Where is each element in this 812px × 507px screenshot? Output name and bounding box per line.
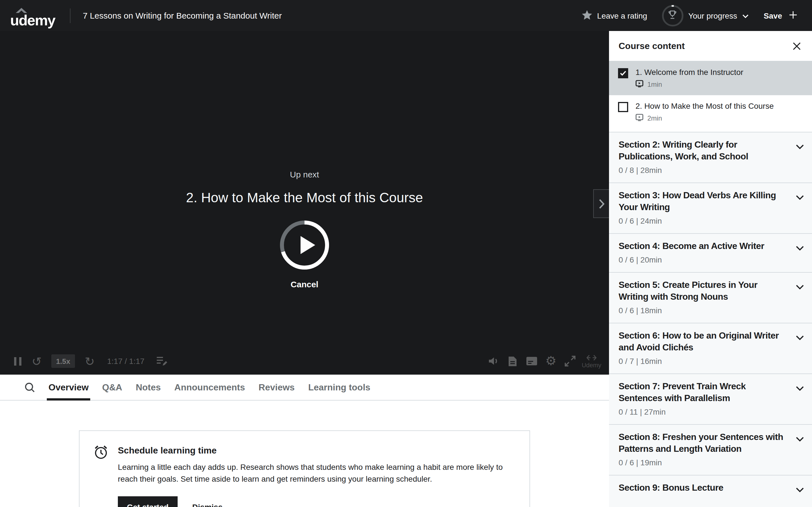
section-2-header[interactable]: Section 2: Writing Clearly for Publicati… <box>609 132 812 182</box>
lecture-2-checkbox[interactable] <box>618 102 628 112</box>
play-icon <box>301 236 315 254</box>
up-next-title: 2. How to Make the Most of this Course <box>0 190 609 206</box>
volume-icon <box>488 356 499 366</box>
schedule-learning-card: Schedule learning time Learning a little… <box>79 431 530 507</box>
search-icon <box>24 382 35 393</box>
tab-reviews[interactable]: Reviews <box>259 375 295 400</box>
lecture-title: 2. How to Make the Most of this Course <box>636 101 774 111</box>
lecture-duration: 1min <box>647 80 662 89</box>
lecture-1-checkbox[interactable] <box>618 68 628 78</box>
chevron-right-icon <box>599 199 604 209</box>
header-actions: Leave a rating Your progress <box>582 5 812 26</box>
course-content-title: Course content <box>619 41 685 51</box>
settings-button[interactable]: ⚙ <box>541 351 560 371</box>
udemy-logo[interactable]: udemy <box>10 5 55 26</box>
section-meta: 0 / 6 | 19min <box>619 457 790 468</box>
captions-button[interactable] <box>522 351 541 371</box>
section-6-header[interactable]: Section 6: How to be an Original Writer … <box>609 323 812 374</box>
forward-button[interactable]: ↻ <box>80 351 99 371</box>
schedule-card-actions: Get started Dismiss <box>118 496 516 507</box>
expanded-view-button[interactable]: Udemy <box>582 351 601 371</box>
chevron-down-icon[interactable] <box>796 243 804 253</box>
pause-icon <box>14 357 21 365</box>
expand-arrows-icon <box>585 354 598 361</box>
schedule-card-title: Schedule learning time <box>118 446 516 456</box>
tab-qa[interactable]: Q&A <box>102 375 122 400</box>
section-title: Section 2: Writing Clearly for Publicati… <box>619 138 790 162</box>
transcript-button[interactable] <box>503 351 522 371</box>
rewind-icon: ↺ <box>32 355 42 367</box>
alarm-clock-icon <box>93 445 109 507</box>
lecture-2-info: 2. How to Make the Most of this Course 2… <box>636 101 774 123</box>
player-column: Up next 2. How to Make the Most of this … <box>0 31 609 507</box>
chevron-down-icon <box>742 11 749 20</box>
plus-icon[interactable] <box>789 10 797 20</box>
course-content-header: Course content <box>609 31 812 61</box>
section-title: Section 5: Create Pictures in Your Writi… <box>619 279 790 302</box>
volume-button[interactable] <box>484 351 503 371</box>
section-5-header[interactable]: Section 5: Create Pictures in Your Writi… <box>609 272 812 323</box>
autoplay-play-button[interactable] <box>280 220 329 270</box>
chevron-down-icon[interactable] <box>796 282 804 292</box>
section-title: Section 8: Freshen your Sentences with P… <box>619 431 790 455</box>
leave-rating-button[interactable]: Leave a rating <box>582 10 647 21</box>
cancel-autoplay-button[interactable]: Cancel <box>0 279 609 289</box>
section-4-header[interactable]: Section 4: Become an Active Writer 0 / 6… <box>609 233 812 272</box>
gear-icon: ⚙ <box>545 355 556 367</box>
save-button[interactable]: Save <box>764 10 797 20</box>
playback-speed-button[interactable]: 1.5x <box>51 354 75 368</box>
tab-overview[interactable]: Overview <box>49 375 89 400</box>
section-7-header[interactable]: Section 7: Prevent Train Wreck Sentences… <box>609 374 812 424</box>
main-area: Up next 2. How to Make the Most of this … <box>0 31 812 507</box>
course-content-sidebar: Course content 1. Welcome from the In <box>609 31 812 507</box>
close-icon <box>792 41 801 50</box>
tab-announcements[interactable]: Announcements <box>174 375 245 400</box>
chevron-down-icon[interactable] <box>796 485 804 495</box>
section-meta: 0 / 6 | 20min <box>619 255 790 265</box>
section-3-header[interactable]: Section 3: How Dead Verbs Are Killing Yo… <box>609 182 812 233</box>
lecture-item-2[interactable]: 2. How to Make the Most of this Course 2… <box>609 95 812 129</box>
add-note-button[interactable] <box>152 351 171 371</box>
tab-learning-tools[interactable]: Learning tools <box>308 375 370 400</box>
lecture-title: 1. Welcome from the Instructor <box>636 67 743 77</box>
captions-icon <box>526 356 538 365</box>
dismiss-button[interactable]: Dismiss <box>192 503 222 507</box>
lecture-item-1[interactable]: 1. Welcome from the Instructor 1min <box>609 61 812 95</box>
section-8-header[interactable]: Section 8: Freshen your Sentences with P… <box>609 424 812 475</box>
your-progress-button[interactable]: Your progress <box>662 5 749 26</box>
section-9-header[interactable]: Section 9: Bonus Lecture <box>609 475 812 507</box>
section-title: Section 9: Bonus Lecture <box>619 482 790 494</box>
section-meta: 0 / 7 | 16min <box>619 356 790 367</box>
schedule-card-text: Learning a little each day adds up. Rese… <box>118 461 516 485</box>
section-meta: 0 / 8 | 28min <box>619 165 790 176</box>
udemy-watermark: Udemy <box>581 362 601 368</box>
section-meta: 0 / 6 | 24min <box>619 216 790 226</box>
rewind-button[interactable]: ↺ <box>27 351 46 371</box>
tab-notes[interactable]: Notes <box>136 375 161 400</box>
close-sidebar-button[interactable] <box>791 40 803 52</box>
top-header: udemy 7 Lessons on Writing for Becoming … <box>0 0 812 31</box>
chevron-down-icon[interactable] <box>796 434 804 444</box>
lecture-1-info: 1. Welcome from the Instructor 1min <box>636 67 743 90</box>
lecture-meta: 1min <box>636 80 743 89</box>
section-title: Section 4: Become an Active Writer <box>619 240 790 252</box>
chevron-down-icon[interactable] <box>796 332 804 342</box>
section-meta: 0 / 11 | 27min <box>619 407 790 417</box>
get-started-button[interactable]: Get started <box>118 496 177 507</box>
course-tabs: Overview Q&A Notes Announcements Reviews… <box>0 375 609 400</box>
player-controls-right: ⚙ Udemy <box>484 351 601 371</box>
section-title: Section 3: How Dead Verbs Are Killing Yo… <box>619 189 790 213</box>
schedule-card-body: Schedule learning time Learning a little… <box>118 445 516 507</box>
pause-button[interactable] <box>8 351 27 371</box>
chevron-down-icon[interactable] <box>796 383 804 393</box>
note-icon <box>156 356 167 366</box>
chevron-down-icon[interactable] <box>796 192 804 202</box>
udemy-course-player: udemy 7 Lessons on Writing for Becoming … <box>0 0 812 507</box>
chevron-down-icon[interactable] <box>796 142 804 152</box>
check-icon <box>620 70 626 76</box>
search-button[interactable] <box>24 382 35 393</box>
trophy-icon <box>668 10 677 21</box>
collapse-sidebar-button[interactable] <box>593 189 609 218</box>
lecture-duration: 2min <box>647 114 662 122</box>
fullscreen-button[interactable] <box>560 351 580 371</box>
